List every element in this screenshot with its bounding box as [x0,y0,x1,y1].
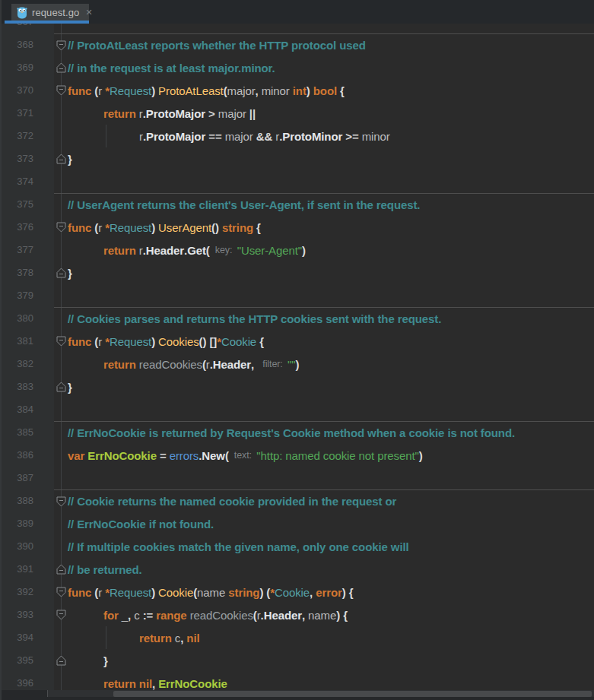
token-fld: ProtoMinor [282,130,342,143]
token-pn: , [310,586,316,599]
code-line[interactable]: // in the request is at least major.mino… [68,56,594,79]
fold-end-icon[interactable] [56,564,66,575]
token-ty: Request [110,221,151,234]
token-k: string [222,221,256,234]
token-pn: { [259,335,264,348]
code-line[interactable]: // ErrNoCookie is returned by Request's … [68,421,594,444]
code-line[interactable]: } [68,649,594,672]
code-line[interactable]: func (r *Request) Cookies() []*Cookie { [68,330,594,353]
token-pn: { [256,221,261,234]
editor-row: 370func (r *Request) ProtoAtLeast(major,… [2,79,594,102]
code-line[interactable]: // ProtoAtLeast reports whether the HTTP… [68,33,594,56]
code-line[interactable] [68,284,594,307]
line-number: 380 [2,307,54,330]
line-number: 379 [2,284,54,307]
token-pn: , [251,358,260,371]
code-line[interactable]: return readCookies(r.Header, filter: "") [68,353,594,375]
code-line[interactable]: func (r *Request) UserAgent() string { [68,216,594,239]
token-k: error [316,586,342,599]
editor-row: 389// ErrNoCookie if not found. [2,512,594,535]
fold-collapse-icon[interactable] [56,85,66,96]
token-k: nil [139,677,152,690]
code-line[interactable]: for _, c := range readCookies(r.Header, … [68,603,594,626]
fold-end-icon[interactable] [56,655,66,666]
token-pn: } [103,654,108,667]
token-pn: , [256,84,262,97]
code-line[interactable]: } [68,261,594,284]
horizontal-scrollbar [2,690,594,700]
code-line[interactable]: return c, nil [68,626,594,649]
token-txt: c [134,609,142,622]
token-k: nil [186,632,199,645]
token-call: readCookies [190,609,253,622]
code-line[interactable]: r.ProtoMajor == major && r.ProtoMinor >=… [68,125,594,147]
fold-collapse-icon[interactable] [56,336,66,347]
token-pn: ) [151,335,158,348]
tab-title: request.go [32,7,79,18]
fold-end-icon[interactable] [56,382,66,392]
fold-end-icon[interactable] [56,154,66,164]
code-line[interactable] [68,24,594,33]
fold-collapse-icon[interactable] [56,222,66,233]
editor-lines: 367368// ProtoAtLeast reports whether th… [2,24,594,695]
line-number: 384 [2,398,54,421]
token-cm: // UserAgent returns the client's User-A… [68,198,420,211]
editor-row: 387 [2,467,594,489]
token-txt: r [98,335,105,348]
code-editor[interactable]: 367368// ProtoAtLeast reports whether th… [2,24,594,700]
token-pn: , [152,677,158,690]
line-number: 374 [2,170,54,193]
tab-request-go[interactable]: request.go ✕ [11,4,89,21]
code-line[interactable]: return r.ProtoMajor > major || [68,102,594,125]
token-fn: ProtoAtLeast [158,84,224,97]
code-line[interactable]: return r.Header.Get( key: "User-Agent") [68,239,594,261]
tab-close-icon[interactable]: ✕ [85,8,92,17]
token-cm: // If multiple cookies match the given n… [68,540,409,553]
code-line[interactable]: // ErrNoCookie if not found. [68,512,594,535]
fold-collapse-icon[interactable] [56,496,66,507]
line-number: 382 [2,353,54,375]
editor-row: 375// UserAgent returns the client's Use… [2,193,594,216]
code-line[interactable]: func (r *Request) Cookie(name string) (*… [68,581,594,603]
fold-collapse-icon[interactable] [56,610,66,620]
token-cm: // Cookies parses and returns the HTTP c… [68,312,441,325]
line-number: 367 [2,24,54,33]
code-line[interactable]: // be returned. [68,558,594,581]
code-line[interactable]: func (r *Request) ProtoAtLeast(major, mi… [68,79,594,102]
token-pn: { [340,84,345,97]
scrollbar-thumb[interactable] [113,691,592,697]
token-cm: // ProtoAtLeast reports whether the HTTP… [68,39,366,52]
editor-row: 374 [2,170,594,193]
fold-collapse-icon[interactable] [56,587,66,597]
fold-end-icon[interactable] [56,62,66,73]
fold-end-icon[interactable] [56,268,66,278]
token-fld: New [202,449,225,462]
code-line[interactable]: // Cookies parses and returns the HTTP c… [68,307,594,330]
scrollbar-track[interactable] [47,690,594,697]
code-line[interactable] [68,170,594,193]
active-tab-indicator [5,21,89,24]
line-number: 376 [2,216,54,239]
token-hint: text: [232,450,257,461]
editor-row: 381func (r *Request) Cookies() []*Cookie… [2,330,594,353]
token-txt: minor [362,130,390,143]
token-k: func [68,335,94,348]
token-pn: ) [151,84,158,97]
code-line[interactable]: } [68,147,594,170]
code-line[interactable]: } [68,375,594,398]
code-line[interactable]: // UserAgent returns the client's User-A… [68,193,594,216]
code-line[interactable]: // Cookie returns the named cookie provi… [68,489,594,512]
code-line[interactable]: // If multiple cookies match the given n… [68,535,594,558]
token-pn: ) [302,244,306,257]
token-pn: [] [209,335,217,348]
code-line[interactable] [68,398,594,421]
token-fld: ProtoMajor [146,130,205,143]
code-line[interactable] [68,467,594,489]
token-pn: ( [206,244,213,257]
token-st: "" [287,358,295,371]
fold-collapse-icon[interactable] [56,40,66,51]
token-k: func [68,586,94,599]
editor-row: 367 [2,24,594,33]
code-line[interactable]: var ErrNoCookie = errors.New( text: "htt… [68,444,594,467]
token-cm: // ErrNoCookie if not found. [68,518,214,531]
